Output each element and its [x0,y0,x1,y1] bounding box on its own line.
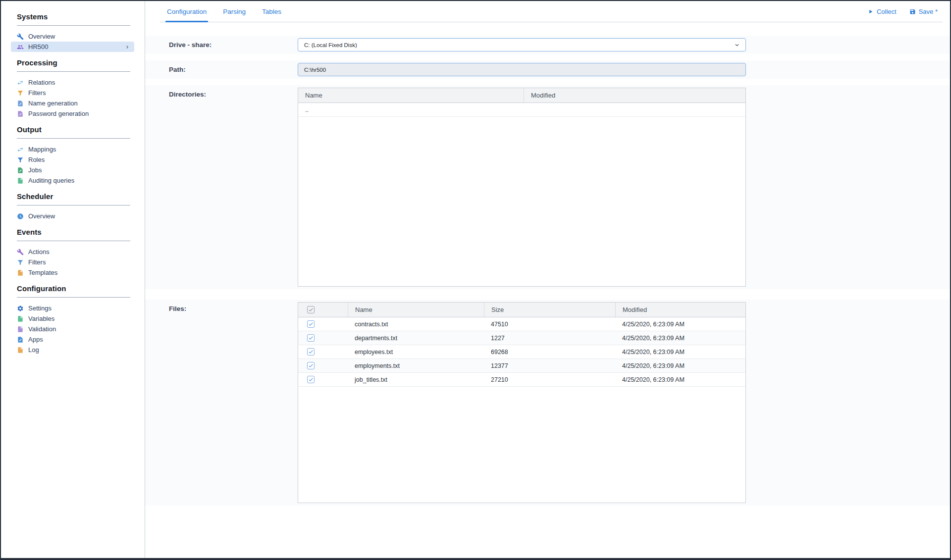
sidebar-section-processing: ProcessingRelationsFiltersName generatio… [17,58,130,119]
files-header-size: Size [484,303,615,317]
file-checkbox[interactable] [307,348,315,356]
path-input[interactable] [298,63,746,76]
wrench-icon [17,33,24,40]
sidebar-item-label: Roles [28,156,45,163]
sidebar-item-mappings[interactable]: Mappings [17,144,130,154]
sidebar-item-label: Relations [28,79,55,86]
sidebar-item-label: Variables [28,315,54,322]
app-window: SystemsOverviewHR500ProcessingRelationsF… [1,1,950,558]
doc-icon [17,315,24,322]
sidebar-item-jobs[interactable]: Jobs [17,165,130,175]
sidebar-item-label: Validation [28,325,56,333]
sidebar-item-name-generation[interactable]: Name generation [17,98,130,108]
collect-button[interactable]: Collect [867,8,897,15]
file-row[interactable]: employments.txt123774/25/2020, 6:23:09 A… [298,359,745,373]
directories-table-header: Name Modified [298,88,745,103]
sidebar-item-label: Log [28,346,39,354]
file-checkbox-cell [298,376,348,384]
tab-bar: ConfigurationParsingTables CollectSave * [160,1,943,22]
sidebar-item-label: Filters [28,258,46,266]
file-size: 1227 [484,335,615,342]
users-icon [17,44,24,51]
drive-share-label: Drive - share: [169,38,298,51]
section-divider [17,205,130,205]
directory-row[interactable]: .. [298,103,745,117]
section-divider [17,25,130,26]
gear-icon [17,305,24,312]
save-icon [909,8,916,15]
tab-parsing[interactable]: Parsing [221,1,247,22]
file-row[interactable]: contracts.txt475104/25/2020, 6:23:09 AM [298,317,745,331]
file-row[interactable]: employees.txt692684/25/2020, 6:23:09 AM [298,345,745,359]
files-header-name: Name [348,303,484,317]
sidebar-item-label: Templates [28,269,57,276]
toolbar-actions: CollectSave * [867,1,943,22]
doc-pencil-icon [17,167,24,174]
sidebar-section-events: EventsActionsFiltersTemplates [17,228,130,278]
tab-tables[interactable]: Tables [261,1,283,22]
file-name: job_titles.txt [348,376,484,383]
files-table: Name Size Modified contracts.txt475104/2… [298,302,746,503]
sidebar-section-configuration: ConfigurationSettingsVariablesValidation… [17,284,130,355]
sidebar-item-apps[interactable]: Apps [17,334,130,345]
sidebar-item-relations[interactable]: Relations [17,77,130,88]
directories-row: Directories: Name Modified .. [145,85,950,289]
doc-pencil-icon [17,100,24,107]
path-row: Path: [145,60,950,79]
drive-share-select[interactable]: C: (Local Fixed Disk) [298,38,746,51]
configuration-form: Drive - share: C: (Local Fixed Disk) Pat… [145,22,950,512]
clock-icon [17,213,24,220]
file-row[interactable]: departments.txt12274/25/2020, 6:23:09 AM [298,331,745,345]
save-button[interactable]: Save * [909,8,938,15]
sidebar-section-title: Output [17,125,130,134]
doc-icon [17,269,24,276]
directories-label: Directories: [169,88,298,101]
file-checkbox[interactable] [307,376,315,383]
directory-name: .. [298,106,524,113]
sidebar-section-title: Systems [17,12,130,21]
sidebar-item-label: Name generation [28,100,78,107]
sidebar-section-title: Processing [17,58,130,67]
sidebar-item-validation[interactable]: Validation [17,324,130,334]
sidebar-item-label: Overview [28,33,55,40]
sidebar-item-settings[interactable]: Settings [17,303,130,313]
doc-icon [17,326,24,333]
file-size: 27210 [484,376,615,383]
funnel-icon [17,259,24,266]
action-label: Collect [877,8,897,15]
sidebar-item-auditing-queries[interactable]: Auditing queries [17,175,130,186]
directories-header-name: Name [298,88,524,102]
sidebar-item-variables[interactable]: Variables [17,313,130,324]
tab-configuration[interactable]: Configuration [165,1,208,22]
file-checkbox[interactable] [307,320,315,328]
sidebar-item-templates[interactable]: Templates [17,267,130,278]
file-checkbox[interactable] [307,362,315,369]
sidebar-item-label: Settings [28,305,52,312]
sidebar-item-actions[interactable]: Actions [17,247,130,257]
sidebar-item-label: Auditing queries [28,177,74,184]
directories-table-body: .. [298,103,745,117]
file-name: contracts.txt [348,321,484,328]
drive-share-value: C: (Local Fixed Disk) [304,42,357,48]
file-checkbox-cell [298,348,348,356]
sidebar-item-filters[interactable]: Filters [17,257,130,267]
play-icon [867,8,874,15]
select-all-checkbox[interactable] [307,306,315,313]
sidebar-item-password-generation[interactable]: Password generation [17,108,130,119]
file-checkbox-cell [298,334,348,342]
sidebar-item-overview[interactable]: Overview [17,211,130,221]
main-content: ConfigurationParsingTables CollectSave *… [145,1,950,558]
sidebar-item-label: Filters [28,89,46,97]
sidebar-item-roles[interactable]: Roles [17,154,130,165]
sidebar-item-hr500[interactable]: HR500 [11,42,134,52]
file-row[interactable]: job_titles.txt272104/25/2020, 6:23:09 AM [298,373,745,387]
file-checkbox-cell [298,320,348,328]
sidebar-item-log[interactable]: Log [17,345,130,355]
sidebar-section-systems: SystemsOverviewHR500 [17,12,130,52]
file-checkbox[interactable] [307,334,315,342]
sidebar-item-filters[interactable]: Filters [17,88,130,98]
directories-header-modified: Modified [524,88,745,102]
doc-icon [17,177,24,184]
arrows-icon [17,79,24,86]
sidebar-item-overview[interactable]: Overview [17,31,130,42]
